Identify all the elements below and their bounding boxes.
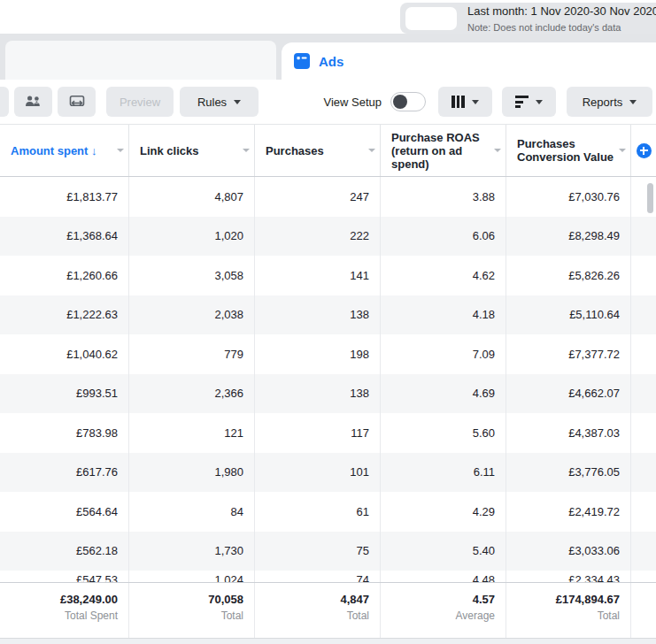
date-range-label: Last month: 1 Nov 2020-30 Nov 2020: [467, 4, 656, 18]
top-bar: Last month: 1 Nov 2020-30 Nov 2020 Note:…: [0, 0, 656, 34]
cell-purchases: 198: [255, 334, 381, 374]
cell-amount-spent: £783.98: [0, 413, 129, 453]
cell-purchase-roas: 4.29: [381, 492, 506, 532]
bottom-strip: [0, 639, 656, 644]
column-header-purchases[interactable]: Purchases: [255, 125, 381, 176]
cell-purchases-conversion-value: £5,826.26: [506, 256, 631, 295]
column-menu-icon[interactable]: [368, 149, 375, 152]
column-menu-icon[interactable]: [243, 149, 250, 152]
columns-icon: [451, 96, 465, 108]
cell-spacer: [631, 492, 656, 532]
audiences-button[interactable]: [14, 87, 52, 117]
toggle-knob-icon: [393, 95, 407, 109]
cell-purchase-roas: 5.40: [381, 532, 506, 571]
cell-link-clicks: 121: [129, 413, 255, 453]
cell-purchases: 74: [255, 571, 381, 582]
cell-purchases-conversion-value: £2,334.43: [506, 571, 631, 582]
cell-link-clicks: 4,807: [129, 177, 255, 217]
cell-purchases-conversion-value: £3,776.05: [506, 453, 631, 493]
table-row[interactable]: £564.64 84 61 4.29 £2,419.72: [0, 492, 656, 532]
column-menu-icon[interactable]: [619, 149, 626, 152]
cell-link-clicks: 2,038: [129, 295, 255, 335]
date-preset-pill[interactable]: [405, 7, 457, 30]
cell-spacer: [631, 571, 656, 582]
cell-spacer: [631, 374, 656, 414]
cell-amount-spent: £993.51: [0, 374, 129, 414]
date-range-button[interactable]: Last month: 1 Nov 2020-30 Nov 2020 Note:…: [400, 3, 656, 34]
table-row[interactable]: £1,222.63 2,038 138 4.18 £5,110.64: [0, 295, 656, 335]
cell-purchases-conversion-value: £4,387.03: [506, 413, 631, 453]
average-purchase-roas: 4.57 Average: [381, 583, 506, 638]
clipped-toolbar-button[interactable]: [0, 87, 9, 117]
cell-purchases: 101: [255, 453, 381, 493]
table-row[interactable]: £562.18 1,730 75 5.40 £3,033.06: [0, 532, 656, 571]
column-label: Link clicks: [140, 144, 198, 157]
preview-button[interactable]: Preview: [106, 87, 174, 117]
column-header-purchases-conversion-value[interactable]: Purchases Conversion Value: [506, 125, 631, 176]
cell-link-clicks: 1,024: [129, 571, 255, 582]
preview-label: Preview: [120, 96, 160, 109]
total-label: Total: [221, 610, 243, 622]
cell-amount-spent: £1,368.64: [0, 217, 129, 257]
sort-desc-icon: ↓: [91, 144, 97, 157]
cell-amount-spent: £1,222.63: [0, 295, 129, 335]
table-row[interactable]: £1,368.64 1,020 222 6.06 £8,298.49: [0, 217, 656, 257]
cell-purchases: 117: [255, 413, 381, 453]
table-row[interactable]: £1,813.77 4,807 247 3.88 £7,030.76: [0, 177, 656, 217]
cell-spacer: [631, 532, 656, 571]
total-purchases: 4,847 Total: [255, 583, 381, 638]
cell-purchases: 222: [255, 217, 381, 257]
totals-row: £38,249.00 Total Spent 70,058 Total 4,84…: [0, 582, 656, 639]
cell-link-clicks: 1,730: [129, 532, 255, 571]
tab-ads[interactable]: Ads: [282, 42, 656, 80]
table-row[interactable]: £617.76 1,980 101 6.11 £3,776.05: [0, 453, 656, 493]
column-label: Purchase ROAS (return on ad spend): [391, 131, 490, 171]
table-row[interactable]: £993.51 2,366 138 4.69 £4,662.07: [0, 374, 656, 414]
chevron-down-icon: [536, 100, 543, 104]
add-column-button[interactable]: [637, 143, 652, 158]
total-label: Total: [598, 610, 620, 622]
cell-amount-spent: £562.18: [0, 532, 129, 571]
total-value: 4.57: [473, 593, 495, 607]
table-row[interactable]: £783.98 121 117 5.60 £4,387.03: [0, 413, 656, 453]
chevron-down-icon: [629, 100, 637, 104]
column-label: Purchases Conversion Value: [517, 137, 614, 164]
cell-purchase-roas: 6.06: [381, 217, 506, 257]
cell-purchases-conversion-value: £7,377.72: [506, 334, 631, 374]
column-label: Purchases: [266, 144, 324, 157]
column-header-link-clicks[interactable]: Link clicks: [129, 125, 255, 176]
ab-test-button[interactable]: [58, 87, 96, 117]
table-row[interactable]: £1,040.62 779 198 7.09 £7,377.72: [0, 334, 656, 374]
cell-amount-spent: £1,260.66: [0, 256, 129, 295]
table-row[interactable]: £547.53 1,024 74 4.48 £2,334.43: [0, 571, 656, 582]
column-menu-icon[interactable]: [117, 149, 124, 152]
cell-spacer: [631, 295, 656, 335]
column-header-amount-spent[interactable]: Amount spent ↓: [0, 125, 129, 176]
columns-button[interactable]: [438, 87, 492, 117]
cell-link-clicks: 1,020: [129, 217, 255, 257]
table-row[interactable]: £1,260.66 3,058 141 4.62 £5,826.26: [0, 256, 656, 295]
cell-purchase-roas: 5.60: [381, 413, 506, 453]
cell-spacer: [631, 453, 656, 493]
cell-purchases: 61: [255, 492, 381, 532]
vertical-scrollbar-thumb[interactable]: [647, 183, 653, 213]
tab-previous-level[interactable]: [5, 41, 276, 80]
cell-purchases: 141: [255, 256, 381, 295]
cell-link-clicks: 779: [129, 334, 255, 374]
breakdown-button[interactable]: [502, 87, 556, 117]
column-header-purchase-roas[interactable]: Purchase ROAS (return on ad spend): [381, 125, 506, 176]
cell-purchase-roas: 7.09: [381, 334, 506, 374]
totals-spacer: [631, 583, 656, 638]
cell-purchases: 75: [255, 532, 381, 571]
cell-purchases: 138: [255, 374, 381, 414]
cell-purchases-conversion-value: £8,298.49: [506, 217, 631, 257]
ads-icon: [294, 53, 310, 69]
cell-purchases-conversion-value: £2,419.72: [506, 492, 631, 532]
column-label: Amount spent: [11, 144, 88, 157]
column-menu-icon[interactable]: [494, 149, 501, 152]
rules-button[interactable]: Rules: [180, 87, 259, 117]
view-setup-toggle[interactable]: [390, 92, 426, 111]
reports-button[interactable]: Reports: [567, 87, 652, 117]
cell-purchases-conversion-value: £4,662.07: [506, 374, 631, 414]
chevron-down-icon: [472, 100, 479, 104]
